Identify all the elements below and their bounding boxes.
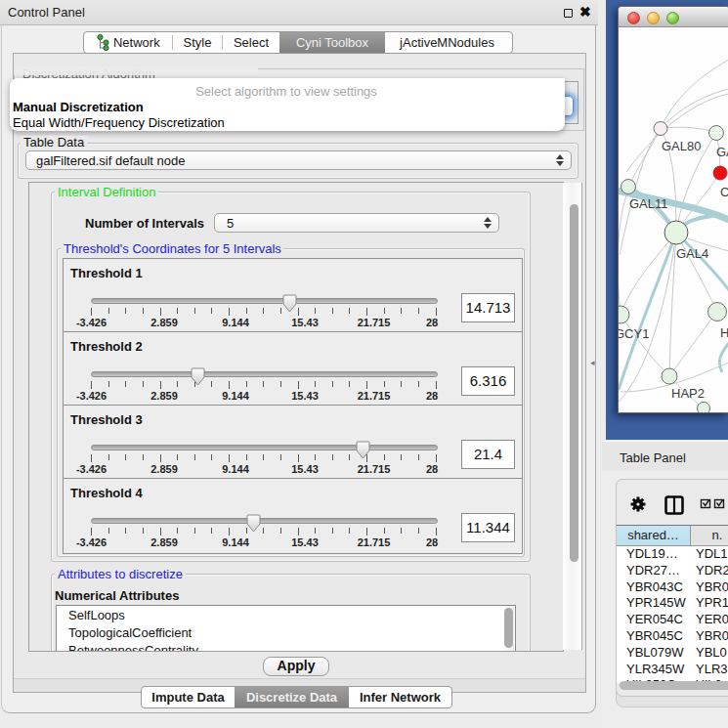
svg-text:GCY1: GCY1 <box>619 326 649 341</box>
svg-text:HAP2: HAP2 <box>671 386 705 401</box>
svg-text:HA: HA <box>720 325 728 340</box>
svg-text:GA: GA <box>716 145 728 159</box>
svg-text:GAL80: GAL80 <box>662 139 701 153</box>
svg-text:GAL11: GAL11 <box>629 196 668 211</box>
svg-text:GAL4: GAL4 <box>676 246 708 261</box>
svg-text:C: C <box>720 185 728 199</box>
